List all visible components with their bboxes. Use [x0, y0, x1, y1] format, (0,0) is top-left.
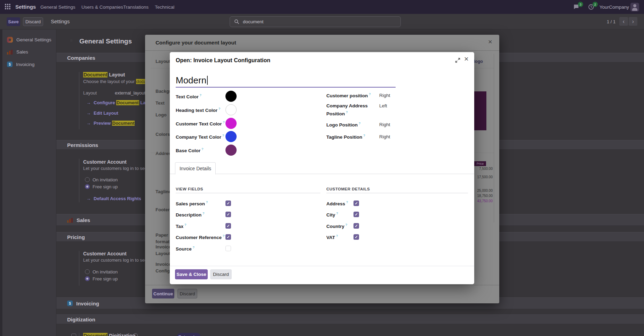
outer-modal-title: Configure your document layout — [156, 40, 236, 46]
help-icon: ? — [222, 134, 224, 137]
text-color-swatch[interactable] — [225, 91, 237, 102]
enterprise-badge: Enterprise — [177, 333, 201, 336]
document-layout-title: Document Layout — [83, 72, 125, 77]
help-icon: ? — [223, 121, 225, 124]
inner-discard-button[interactable]: Discard — [210, 269, 232, 279]
preview-document-link[interactable]: → Preview Document — [86, 121, 135, 126]
left-strip — [0, 30, 2, 336]
preview-accent-rect — [474, 91, 486, 130]
pager-counter: 1 / 1 — [607, 19, 615, 24]
pager-previous-button[interactable]: ‹ — [619, 17, 628, 26]
on-invitation-label: On invitation — [93, 269, 118, 274]
user-avatar[interactable] — [630, 3, 639, 11]
free-signup-radio[interactable] — [85, 276, 90, 281]
continue-button[interactable]: Continue — [152, 289, 174, 298]
tax-label: Tax? — [176, 223, 186, 229]
customer-account-title: Customer Account — [83, 159, 127, 165]
search-value: document — [243, 19, 263, 24]
heading-text-color-label: Heading text Color? — [176, 107, 220, 113]
default-access-rights-link[interactable]: →Default Access Rights — [86, 196, 141, 201]
city-checkbox[interactable]: ✓ — [353, 212, 359, 217]
sidebar-item-general-settings[interactable]: General Settings — [2, 34, 56, 45]
customer-reference-checkbox[interactable]: ✓ — [225, 234, 231, 240]
pager-next-button[interactable]: › — [629, 17, 637, 26]
document-digitization-label: Document Digitization — [83, 333, 135, 336]
breadcrumb: Settings — [51, 18, 70, 24]
control-panel: Save Discard Settings document 1 / 1 ‹ › — [0, 14, 644, 30]
help-icon: ? — [184, 223, 186, 227]
customer-position-value[interactable]: Right — [379, 93, 390, 98]
sales-person-checkbox[interactable]: ✓ — [225, 200, 231, 206]
layout-name-input[interactable]: Modern — [176, 75, 396, 88]
inner-modal-title: Open: Invoice Layout Configuration — [176, 57, 270, 64]
city-label: City? — [326, 212, 338, 218]
edit-layout-link[interactable]: →Edit Layout — [86, 110, 118, 116]
help-icon: ? — [206, 200, 208, 204]
close-icon[interactable]: × — [488, 38, 492, 45]
discard-button[interactable]: Discard — [23, 17, 43, 26]
help-icon: ? — [346, 110, 348, 114]
company-switcher[interactable]: YourCompany — [599, 5, 629, 10]
help-icon: ? — [200, 93, 201, 97]
arrow-icon: → — [86, 121, 91, 126]
menu-general-settings[interactable]: General Settings — [40, 5, 75, 10]
invoicing-icon: $ — [67, 301, 73, 306]
group-underline — [326, 193, 468, 193]
help-icon: ? — [201, 147, 203, 151]
apps-menu-icon[interactable] — [5, 4, 10, 9]
outer-discard-button[interactable]: Discard — [177, 289, 197, 298]
company-address-position-value[interactable]: Left — [379, 103, 387, 108]
customer-account-title: Customer Account — [83, 251, 127, 256]
heading-text-color-swatch[interactable] — [225, 104, 237, 115]
source-checkbox[interactable]: ✓ — [225, 246, 231, 251]
menu-users-companies[interactable]: Users & Companies — [81, 5, 123, 10]
base-color-label: Base Color? — [176, 147, 203, 153]
help-icon: ? — [345, 223, 347, 227]
tax-checkbox[interactable]: ✓ — [225, 223, 231, 229]
help-icon: ? — [223, 234, 224, 238]
menu-translations[interactable]: Translations — [123, 5, 149, 10]
customer-details-header: CUSTOMER DETAILS — [326, 187, 370, 191]
view-fields-header: VIEW FIELDS — [176, 187, 203, 191]
sidebar-item-invoicing[interactable]: $ Invoicing — [2, 59, 56, 70]
vat-checkbox[interactable]: ✓ — [353, 234, 359, 240]
free-signup-radio[interactable] — [85, 184, 90, 189]
save-button[interactable]: Save — [7, 17, 20, 26]
preview-price-header: Price — [474, 161, 486, 166]
expand-icon[interactable] — [455, 58, 460, 63]
sales-person-label: Sales person? — [176, 200, 208, 206]
address-checkbox[interactable]: ✓ — [353, 200, 359, 206]
text-caret — [207, 76, 208, 85]
block-rule — [79, 333, 79, 336]
on-invitation-label: On invitation — [93, 177, 118, 182]
country-label: Country? — [326, 223, 347, 229]
footer-divider — [170, 266, 474, 266]
company-text-color-swatch[interactable] — [225, 131, 237, 142]
menu-technical[interactable]: Technical — [155, 5, 174, 10]
tab-invoice-details[interactable]: Invoice Details — [175, 162, 216, 174]
help-icon: ? — [202, 212, 204, 215]
customer-text-color-swatch[interactable] — [225, 118, 237, 129]
sales-icon — [67, 218, 73, 223]
customer-position-label: Customer position? — [326, 92, 371, 98]
base-color-swatch[interactable] — [225, 145, 237, 156]
close-icon[interactable]: × — [464, 55, 469, 64]
customer-reference-label: Customer Reference? — [176, 234, 224, 240]
company-text-color-label: Company Text Color? — [176, 134, 224, 140]
logo-position-value[interactable]: Right — [379, 122, 390, 127]
search-input[interactable]: document — [230, 16, 401, 27]
on-invitation-radio[interactable] — [85, 177, 90, 182]
app-name[interactable]: Settings — [15, 4, 36, 10]
odoo-settings-screen: Settings General Settings Users & Compan… — [0, 0, 644, 336]
country-checkbox[interactable]: ✓ — [353, 223, 359, 229]
arrow-icon: → — [86, 100, 91, 105]
layout-field-value[interactable]: external_layout — [115, 90, 145, 96]
preview-paper-edge — [494, 54, 494, 222]
tagline-position-value[interactable]: Right — [379, 134, 390, 139]
sidebar-item-sales[interactable]: Sales — [2, 46, 56, 57]
block-rule — [79, 72, 79, 129]
description-checkbox[interactable]: ✓ — [225, 212, 231, 217]
save-and-close-button[interactable]: Save & Close — [175, 269, 208, 279]
on-invitation-radio[interactable] — [85, 269, 90, 274]
document-digitization-checkbox[interactable] — [71, 334, 76, 336]
